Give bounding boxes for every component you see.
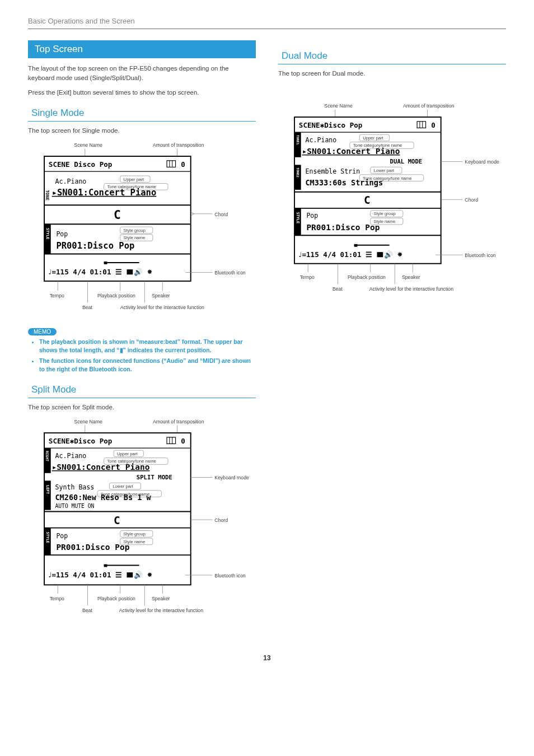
scr-chord: C (114, 208, 121, 222)
dual-svg: Scene Name Amount of transposition SCENE… (278, 101, 506, 302)
scr-t1-side: TONE1 (296, 135, 299, 145)
scr-tone-big-d: ▸SN001:Concert Piano (302, 147, 400, 156)
memo-tag: MEMO (28, 328, 57, 335)
split-svg: Scene Name Amount of transposition SCENE… (28, 417, 256, 623)
scr-trans: 0 (181, 160, 185, 169)
lbl-tempo-d: Tempo (300, 274, 315, 280)
lbl-lower-d: Lower part (374, 168, 395, 173)
lbl-stylegrp-d: Style group (374, 212, 396, 217)
lbl-upper-d: Upper part (363, 136, 383, 141)
lbl-chord-d: Chord (465, 197, 478, 203)
lbl-speaker-s: Speaker (152, 595, 170, 601)
right-column: Dual Mode The top screen for Dual mode. … (278, 40, 506, 626)
memo-list: The playback position is shown in “measu… (28, 338, 256, 374)
lbl-stylegrp: Style group (124, 228, 146, 233)
scr-mode-s: SPLIT MODE (137, 474, 172, 481)
scr-lower-small-s: Synth Bass (55, 483, 94, 491)
scr-lower-small-d: Ensemble Strin (305, 167, 360, 175)
split-mode-title: Split Mode (28, 382, 256, 398)
scr-tone-big: ▸SN001:Concert Piano (52, 188, 157, 198)
scr-style-side: STYLE (45, 228, 50, 239)
scr-tone-big-s: ▸SN001:Concert Piano (52, 463, 150, 472)
lbl-tempo: Tempo (50, 293, 64, 298)
lbl-tempo-s: Tempo (50, 595, 64, 601)
lbl-stylename: Style name (124, 235, 146, 240)
lbl-speaker-d: Speaker (402, 274, 420, 280)
scr-chord-s: C (114, 514, 120, 527)
lbl-chord-s: Chord (214, 517, 228, 523)
lbl-upper-s: Upper part (117, 451, 138, 456)
lbl-activity-s: Activity level for the interactive funct… (119, 608, 203, 613)
single-mode-title: Single Mode (28, 105, 256, 122)
scr-tone-small: Ac.Piano (55, 178, 86, 185)
scr-mode-d: DUAL MODE (390, 158, 423, 166)
lbl-lower-s: Lower part (113, 484, 133, 489)
dual-lead: The top screen for Dual mode. (278, 69, 506, 78)
lbl-bt-s: Bluetooth icon (214, 573, 245, 578)
split-diagram: Scene Name Amount of transposition SCENE… (28, 417, 256, 623)
lbl-bt: Bluetooth icon (214, 270, 245, 276)
single-lead: The top screen for Single mode. (28, 126, 256, 136)
lbl-scene-d: Scene Name (324, 103, 353, 109)
lbl-transpose-d: Amount of transposition (403, 103, 455, 109)
scr-style-big-d: PR001:Disco Pop (306, 223, 380, 232)
lbl-beat-s: Beat (82, 608, 93, 613)
lbl-upper: Upper part (124, 177, 144, 182)
dual-diagram: Scene Name Amount of transposition SCENE… (278, 101, 506, 302)
scr-lower-big-d: CM333:60s Strings (305, 178, 383, 187)
scr-style-small-s: Pop (56, 532, 68, 540)
scr-style-side-s: STYLE (45, 531, 50, 543)
scr-bottom: ♩=115 4/4 01:01 ☰ ⯀🔊 ⁕ (48, 268, 153, 277)
scr-t2-side: TONE2 (296, 167, 299, 178)
scr-automute-s: AUTO MUTE ON (55, 503, 94, 509)
scr-bottom-d: ♩=115 4/4 01:01 ☰ ⯀🔊 ⁕ (298, 250, 403, 259)
lbl-scene-s: Scene Name (74, 419, 102, 424)
svg-rect-48 (104, 564, 107, 567)
lbl-activity: Activity level for the interactive funct… (120, 305, 204, 310)
scr-scene-s: SCENE✱Disco Pop (49, 437, 113, 445)
scr-trans-s: 0 (181, 437, 185, 445)
lbl-scene: Scene Name (74, 142, 102, 148)
lbl-transpose-s: Amount of transposition (153, 419, 204, 424)
page-header: Basic Operations and the Screen (28, 17, 506, 29)
scr-scene-d: SCENE✱Disco Pop (299, 122, 363, 130)
scr-style-side-d: STYLE (296, 212, 300, 223)
single-svg: Scene Name Amount of transposition SCENE… (28, 140, 256, 319)
dual-mode-title: Dual Mode (278, 48, 506, 64)
scr-style-small: Pop (56, 230, 68, 238)
single-diagram: Scene Name Amount of transposition SCENE… (28, 140, 256, 319)
lbl-activity-d: Activity level for the interactive funct… (369, 286, 453, 292)
scr-right-side: RIGHT (45, 451, 49, 461)
scr-style-big-s: PR001:Disco Pop (56, 543, 129, 552)
lbl-beat: Beat (82, 305, 93, 310)
intro-1: The layout of the top screen on the FP-E… (28, 64, 256, 83)
lbl-playback-s: Playback position (97, 595, 135, 601)
scr-left-side: LEFT (45, 485, 50, 494)
lbl-kbmode-d: Keyboard mode (465, 160, 499, 165)
scr-trans-d: 0 (431, 122, 435, 130)
lbl-playback-d: Playback position (348, 274, 386, 280)
memo-2: The function icons for connected functio… (39, 357, 256, 374)
svg-rect-19 (104, 262, 107, 264)
lbl-kbmode-s: Keyboard mode (214, 475, 249, 480)
lbl-speaker: Speaker (152, 293, 170, 298)
svg-rect-77 (354, 244, 358, 247)
page-number: 13 (28, 654, 506, 662)
lbl-bt-d: Bluetooth icon (465, 253, 495, 258)
scr-tone-small-d: Ac.Piano (305, 136, 336, 144)
split-lead: The top screen for Split mode. (28, 403, 256, 412)
lbl-beat-d: Beat (332, 286, 343, 292)
scr-tone-small-s: Ac.Piano (55, 452, 86, 460)
lbl-playback: Playback position (97, 293, 135, 298)
intro-2: Press the [Exit] button several times to… (28, 88, 256, 97)
scr-style-big: PR001:Disco Pop (56, 241, 134, 251)
scr-lower-big-s: CM260:New Reso Bs 1 w (55, 493, 151, 502)
lbl-chord: Chord (214, 212, 228, 217)
scr-tone-side: TONE (45, 190, 50, 200)
scr-scene: SCENE Disco Pop (49, 160, 113, 169)
scr-chord-d: C (364, 194, 371, 207)
lbl-transpose: Amount of transposition (153, 142, 204, 148)
section-title: Top Screen (28, 40, 256, 58)
memo-1: The playback position is shown in “measu… (39, 338, 256, 354)
scr-style-small-d: Pop (306, 212, 318, 220)
